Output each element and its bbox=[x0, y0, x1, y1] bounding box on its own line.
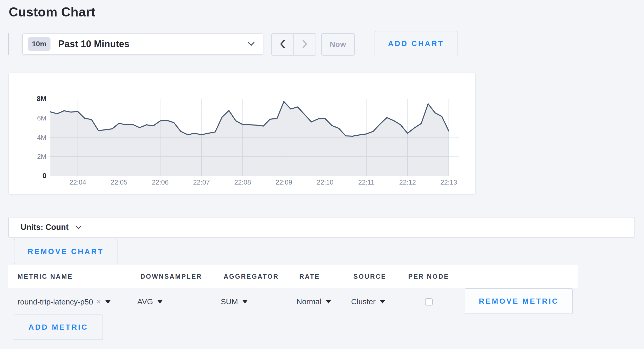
custom-chart-page: Custom Chart 10m Past 10 Minutes Now ADD… bbox=[0, 0, 644, 349]
downsampler-select[interactable]: AVG bbox=[137, 297, 163, 306]
rate-select[interactable]: Normal bbox=[296, 297, 331, 306]
chart-group-accent-bar bbox=[8, 33, 9, 55]
chevron-right-icon bbox=[301, 39, 308, 50]
caret-down-icon bbox=[380, 300, 385, 303]
add-chart-button[interactable]: ADD CHART bbox=[375, 31, 457, 56]
source-select[interactable]: Cluster bbox=[351, 297, 385, 306]
column-header-aggregator: AGGREGATOR bbox=[224, 273, 279, 280]
chevron-left-icon bbox=[279, 39, 286, 50]
clear-metric-icon[interactable]: × bbox=[96, 297, 101, 307]
svg-text:22:09: 22:09 bbox=[275, 178, 292, 186]
svg-text:22:12: 22:12 bbox=[399, 178, 416, 186]
caret-down-icon bbox=[326, 300, 331, 303]
next-range-button[interactable] bbox=[293, 34, 316, 55]
svg-text:8M: 8M bbox=[37, 95, 46, 103]
rate-value: Normal bbox=[296, 297, 321, 306]
metric-chart-card[interactable]: 22:0422:0522:0622:0722:0822:0922:1022:11… bbox=[8, 73, 476, 195]
page-title: Custom Chart bbox=[9, 5, 96, 20]
prev-range-button[interactable] bbox=[272, 34, 293, 55]
metrics-table-header: METRIC NAME DOWNSAMPLER AGGREGATOR RATE … bbox=[8, 265, 578, 288]
svg-text:22:04: 22:04 bbox=[69, 178, 86, 186]
units-dropdown[interactable]: Units: Count bbox=[8, 217, 635, 238]
svg-text:6M: 6M bbox=[37, 114, 46, 122]
chevron-down-icon bbox=[247, 41, 255, 47]
aggregator-value: SUM bbox=[221, 297, 238, 306]
time-range-dropdown[interactable]: 10m Past 10 Minutes bbox=[22, 33, 263, 55]
remove-metric-button[interactable]: REMOVE METRIC bbox=[465, 288, 573, 314]
svg-text:22:10: 22:10 bbox=[317, 178, 333, 186]
svg-text:22:13: 22:13 bbox=[440, 178, 457, 186]
svg-text:22:07: 22:07 bbox=[193, 178, 210, 186]
svg-text:22:11: 22:11 bbox=[358, 178, 374, 186]
caret-down-icon bbox=[157, 300, 163, 303]
svg-text:2M: 2M bbox=[37, 153, 46, 160]
svg-text:0: 0 bbox=[43, 172, 46, 180]
column-header-downsampler: DOWNSAMPLER bbox=[140, 273, 202, 280]
add-metric-button[interactable]: ADD METRIC bbox=[14, 315, 103, 340]
caret-down-icon bbox=[242, 300, 248, 303]
svg-text:22:08: 22:08 bbox=[234, 178, 251, 186]
caret-down-icon bbox=[105, 300, 111, 303]
aggregator-select[interactable]: SUM bbox=[221, 297, 248, 306]
source-value: Cluster bbox=[351, 297, 376, 306]
column-header-per-node: PER NODE bbox=[408, 273, 449, 280]
time-range-label: Past 10 Minutes bbox=[58, 39, 130, 49]
svg-text:22:06: 22:06 bbox=[152, 178, 168, 186]
time-pager bbox=[271, 33, 316, 56]
metric-name-select[interactable]: round-trip-latency-p50 × bbox=[18, 297, 111, 307]
svg-text:22:05: 22:05 bbox=[111, 178, 127, 186]
column-header-source: SOURCE bbox=[353, 273, 386, 280]
area-chart: 22:0422:0522:0622:0722:0822:0922:1022:11… bbox=[9, 73, 475, 194]
column-header-rate: RATE bbox=[299, 273, 320, 280]
units-label: Units: Count bbox=[21, 223, 69, 232]
column-header-metric-name: METRIC NAME bbox=[18, 273, 73, 280]
time-range-badge: 10m bbox=[28, 37, 50, 51]
svg-text:4M: 4M bbox=[37, 134, 46, 141]
metric-name-value: round-trip-latency-p50 bbox=[18, 297, 93, 306]
remove-chart-button[interactable]: REMOVE CHART bbox=[14, 239, 117, 264]
now-button[interactable]: Now bbox=[321, 33, 355, 56]
per-node-checkbox[interactable] bbox=[425, 298, 433, 306]
chevron-down-icon bbox=[75, 225, 82, 230]
downsampler-value: AVG bbox=[137, 297, 153, 306]
